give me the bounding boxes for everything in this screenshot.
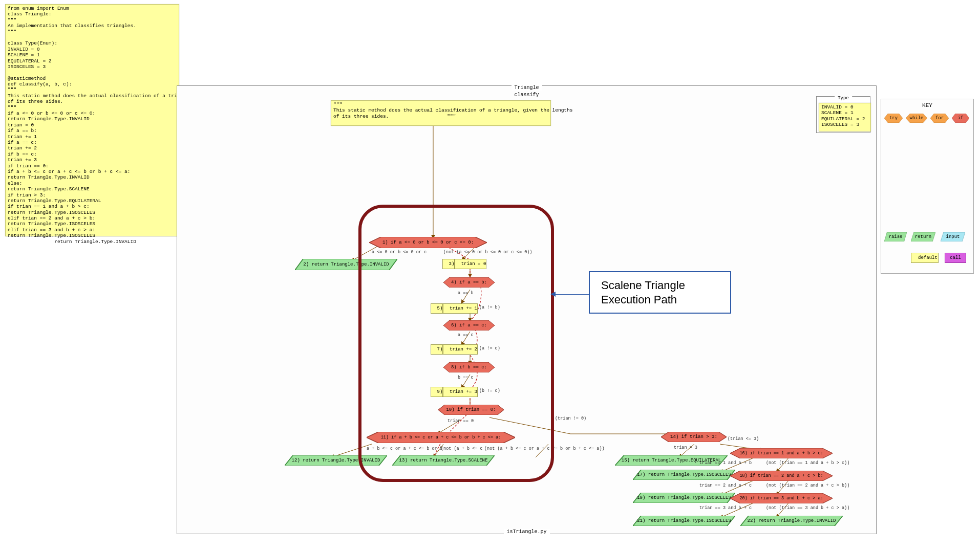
source-code-sticky: from enum import Enum class Triangle: ""…	[5, 4, 179, 236]
canvas: from enum import Enum class Triangle: ""…	[0, 0, 980, 550]
callout-line1: Scalene Triangle	[601, 278, 719, 293]
key-if: if	[952, 114, 969, 123]
node-16-if: 16) if trian == 1 and a + b > c:	[730, 448, 833, 458]
key-while-label: while	[906, 114, 927, 123]
node-14-if: 14) if trian > 3:	[661, 432, 727, 442]
key-raise-label: raise	[884, 232, 907, 241]
node-19-label: 19) return Triangle.Type.ISOSCELES	[633, 493, 735, 503]
callout-line2: Execution Path	[601, 293, 719, 307]
node-14-label: 14) if trian > 3:	[661, 432, 727, 442]
scalene-callout: Scalene Triangle Execution Path	[589, 271, 731, 314]
callout-arrow-head	[550, 292, 556, 297]
key-title: KEY	[922, 102, 932, 108]
node-17-label: 17) return Triangle.Type.ISOSCELES	[633, 470, 735, 480]
key-for: for	[930, 114, 949, 123]
edge-20-true: trian == 3 and b + c	[699, 505, 752, 511]
node-19-return: 19) return Triangle.Type.ISOSCELES	[633, 493, 735, 503]
key-raise: raise	[884, 232, 907, 241]
node-22-return: 22) return Triangle.Type.INVALID	[740, 516, 843, 526]
key-default-label: default	[911, 253, 944, 262]
scalene-path-highlight	[358, 205, 554, 482]
edge-16-true: trian == 1 and a + b	[699, 460, 752, 466]
key-for-label: for	[930, 114, 949, 123]
key-if-label: if	[952, 114, 969, 123]
node-17-return: 17) return Triangle.Type.ISOSCELES	[633, 470, 735, 480]
node-16-label: 16) if trian == 1 and a + b > c:	[730, 448, 833, 458]
key-return: return	[911, 232, 935, 241]
panel-title-bottom: isTriangle.py	[503, 529, 549, 535]
key-call: call	[945, 253, 966, 263]
classify-doc-sticky: """ This static method does the actual c…	[331, 100, 551, 126]
key-try-label: try	[884, 114, 903, 123]
key-panel: KEY try while for if raise return	[881, 99, 974, 274]
type-enum-box: Type INVALID = 0 SCALENE = 1 EQUILATERAL…	[816, 96, 870, 133]
key-return-label: return	[911, 232, 935, 241]
edge-20-false: (not (trian == 3 and b + c > a))	[766, 505, 849, 511]
edge-14-false: (trian <= 3)	[728, 436, 759, 442]
key-input: input	[941, 232, 965, 241]
edge-14-true: trian > 3	[674, 445, 697, 450]
node-18-if: 18) if trian == 2 and a + c > b:	[730, 471, 833, 481]
edge-10-false: (trian != 0)	[555, 416, 586, 421]
node-20-if: 20) if trian == 3 and b + c > a:	[730, 493, 833, 503]
edge-18-true: trian == 2 and a + c	[699, 483, 752, 488]
callout-arrow-line	[556, 294, 589, 295]
edge-18-false: (not (trian == 2 and a + c > b))	[766, 483, 849, 488]
key-input-label: input	[941, 232, 965, 241]
node-18-label: 18) if trian == 2 and a + c > b:	[730, 471, 833, 481]
panel-title-classify: classify	[514, 92, 539, 98]
key-try: try	[884, 114, 903, 123]
node-20-label: 20) if trian == 3 and b + c > a:	[730, 493, 833, 503]
edge-16-false: (not (trian == 1 and a + b > c))	[766, 460, 849, 466]
type-enum-title: Type	[835, 96, 852, 101]
node-21-label: 21) return Triangle.Type.ISOSCELES	[633, 516, 735, 526]
key-while: while	[906, 114, 927, 123]
type-enum-values: INVALID = 0 SCALENE = 1 EQUILATERAL = 2 …	[819, 103, 871, 131]
key-default: default	[911, 253, 939, 263]
key-call-label: call	[945, 253, 966, 262]
node-22-label: 22) return Triangle.Type.INVALID	[740, 516, 843, 526]
node-21-return: 21) return Triangle.Type.ISOSCELES	[633, 516, 735, 526]
panel-title-top: Triangle	[511, 85, 542, 91]
